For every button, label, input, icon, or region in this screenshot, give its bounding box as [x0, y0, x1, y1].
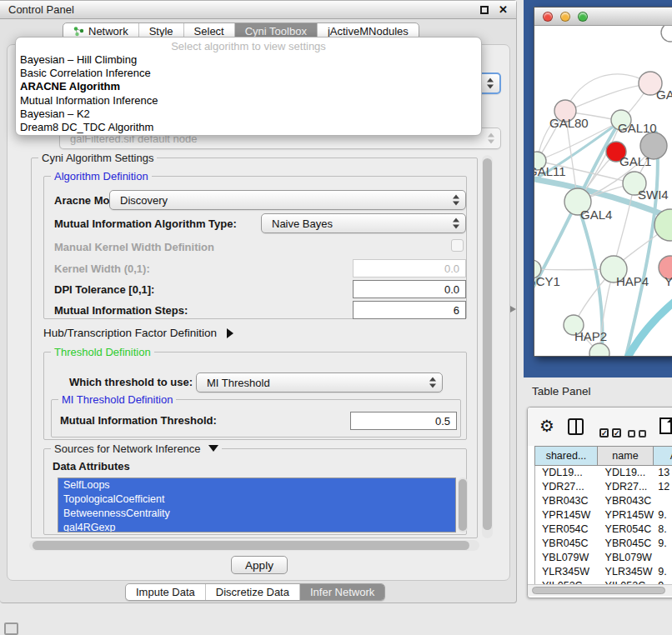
- mi-steps-field[interactable]: 6: [353, 301, 466, 319]
- table-row[interactable]: YDR27...YDR27...12: [535, 480, 672, 494]
- minimize-light-icon[interactable]: [560, 12, 570, 22]
- algorithm-definition-group: Algorithm Definition Aracne Mode: Discov…: [43, 176, 467, 319]
- cyni-bottom-tabs: Impute DataDiscretize DataInfer Network: [125, 583, 385, 601]
- attribute-item-topologicalcoefficient[interactable]: TopologicalCoefficient: [58, 492, 455, 507]
- table-row[interactable]: YLR345WYLR345W9.: [535, 565, 672, 579]
- table-horizontal-scrollbar[interactable]: [528, 584, 672, 596]
- which-threshold-select[interactable]: MI Threshold: [196, 372, 443, 392]
- combo-stepper-icon: [487, 78, 494, 89]
- float-icon[interactable]: [480, 6, 489, 14]
- settings-horizontal-scrollbar[interactable]: [29, 540, 479, 551]
- algorithm-option-bayesian-k2[interactable]: Bayesian – K2: [16, 108, 481, 121]
- select-all-checkbox-icon[interactable]: ✓: [612, 428, 621, 438]
- tab-label: Infer Network: [310, 584, 374, 600]
- network-node-label: GAL80: [549, 116, 589, 130]
- threshold-definition-group: Threshold Definition Which threshold to …: [43, 352, 467, 440]
- network-graph[interactable]: GAL80GALGAL10GAL11GAL1SWI4GAL4GCY1HAP4YH…: [534, 26, 672, 356]
- application-root: Control Panel ✕ NetworkStyleSelectCyni T…: [0, 0, 672, 635]
- table-row[interactable]: YDL19...YDL19...13: [535, 466, 672, 480]
- mi-steps-value: 6: [454, 304, 459, 317]
- network-tab-icon: [73, 26, 84, 37]
- network-edge[interactable]: [618, 291, 672, 356]
- settings-vertical-scrollbar[interactable]: [482, 155, 493, 538]
- column-header-shared[interactable]: shared...: [534, 446, 598, 466]
- algorithm-option-aracne-algorithm[interactable]: ARACNE Algorithm: [16, 80, 481, 93]
- table-row[interactable]: YBL079WYBL079W: [535, 551, 672, 565]
- node-top-right[interactable]: [661, 26, 672, 42]
- network-edge[interactable]: [565, 84, 649, 112]
- mi-threshold-legend: MI Threshold Definition: [58, 393, 176, 406]
- attributes-list-scrollbar[interactable]: [458, 478, 468, 532]
- dpi-tolerance-field[interactable]: 0.0: [353, 280, 466, 298]
- scrollbar-thumb[interactable]: [532, 587, 665, 594]
- manual-kernel-width-checkbox[interactable]: [451, 239, 464, 252]
- attribute-item-selfloops[interactable]: SelfLoops: [58, 478, 455, 492]
- table-cell: 8.: [654, 522, 672, 537]
- column-header-name[interactable]: name: [598, 446, 654, 466]
- table-cell: YBR045C: [599, 537, 654, 551]
- mi-algorithm-type-value: Naive Bayes: [272, 218, 333, 230]
- panel-grip-icon[interactable]: [4, 622, 18, 635]
- network-node-label: GAL4: [580, 208, 612, 222]
- tab-infer-network[interactable]: Infer Network: [300, 584, 384, 600]
- network-node-label: GCY1: [534, 274, 560, 288]
- attribute-item-betweennesscentrality[interactable]: BetweennessCentrality: [58, 507, 455, 521]
- scrollbar-thumb[interactable]: [483, 158, 492, 530]
- table-cell: YER054C: [535, 522, 599, 537]
- table-cell: YPR145W: [535, 508, 599, 522]
- scrollbar-thumb[interactable]: [33, 541, 469, 550]
- algorithm-option-bayesian-hill-climbing[interactable]: Bayesian – Hill Climbing: [16, 53, 481, 67]
- collapse-arrow-icon: [208, 445, 218, 452]
- network-node-label: GAL: [656, 88, 672, 102]
- table-row[interactable]: YPR145WYPR145W9.: [535, 508, 672, 522]
- select-all-checkbox-icon[interactable]: ✓: [599, 428, 609, 438]
- zoom-light-icon[interactable]: [578, 12, 588, 22]
- table-row[interactable]: YBR045CYBR045C9.: [535, 537, 672, 551]
- network-window-titlebar[interactable]: [534, 8, 672, 26]
- apply-button[interactable]: Apply: [231, 556, 288, 574]
- tab-label: Impute Data: [136, 584, 195, 600]
- data-attributes-list[interactable]: SelfLoopsTopologicalCoefficientBetweenne…: [58, 478, 456, 532]
- mi-threshold-field[interactable]: 0.5: [350, 412, 457, 430]
- algorithm-option-basic-correlation-inference[interactable]: Basic Correlation Inference: [16, 67, 481, 80]
- settings-scrollpane: Cyni Algorithm Settings Algorithm Defini…: [28, 153, 494, 552]
- gear-icon[interactable]: ⚙: [539, 416, 554, 436]
- tab-discretize-data[interactable]: Discretize Data: [206, 584, 300, 600]
- scrollbar-thumb[interactable]: [459, 479, 467, 531]
- table-cell: YBR045C: [535, 537, 599, 551]
- mi-threshold-value: 0.5: [435, 415, 450, 428]
- attribute-item-gal4rgexp[interactable]: gal4RGexp: [58, 521, 455, 532]
- aracne-mode-value: Discovery: [120, 194, 168, 207]
- algorithm-popup: Select algorithm to view settings Bayesi…: [15, 37, 482, 136]
- algorithm-option-dream8-dc-tdc-algorithm[interactable]: Dream8 DC_TDC Algorithm: [16, 121, 481, 134]
- threshold-definition-legend: Threshold Definition: [51, 346, 154, 358]
- mi-algorithm-type-select[interactable]: Naive Bayes: [261, 213, 466, 233]
- mi-algorithm-type-label: Mutual Information Algorithm Type:: [54, 218, 237, 230]
- table-cell: YPR145W: [599, 508, 654, 522]
- table-header-row: shared...nameA: [534, 446, 672, 466]
- sources-legend[interactable]: Sources for Network Inference: [51, 442, 222, 455]
- table-cell: YDL19...: [535, 466, 599, 480]
- combo-stepper-icon: [453, 218, 459, 229]
- export-table-icon[interactable]: [659, 418, 672, 434]
- close-light-icon[interactable]: [543, 12, 553, 22]
- tab-impute-data[interactable]: Impute Data: [126, 584, 206, 600]
- cursor-arrow: [510, 306, 516, 312]
- algorithm-option-mutual-information-inference[interactable]: Mutual Information Inference: [16, 94, 481, 108]
- kernel-width-field[interactable]: 0.0: [353, 259, 466, 278]
- table-cell: 12: [654, 480, 672, 494]
- aracne-mode-select[interactable]: Discovery: [109, 190, 466, 210]
- deselect-all-checkbox-icon[interactable]: [639, 430, 646, 438]
- network-canvas[interactable]: GAL80GALGAL10GAL11GAL1SWI4GAL4GCY1HAP4YH…: [534, 26, 672, 356]
- deselect-all-checkbox-icon[interactable]: [628, 430, 635, 438]
- table-cell: YDR27...: [599, 480, 654, 494]
- columns-icon[interactable]: [568, 418, 584, 435]
- table-cell: YBL079W: [535, 551, 599, 565]
- table-row[interactable]: YER054CYER054C8.: [535, 522, 672, 537]
- network-edge[interactable]: [565, 74, 650, 111]
- network-node-label: Y: [664, 274, 672, 288]
- table-row[interactable]: YBR043CYBR043C: [535, 494, 672, 508]
- close-icon[interactable]: ✕: [499, 3, 508, 16]
- column-header-a[interactable]: A: [654, 446, 672, 466]
- hub-tf-definition-toggle[interactable]: Hub/Transcription Factor Definition: [43, 327, 233, 339]
